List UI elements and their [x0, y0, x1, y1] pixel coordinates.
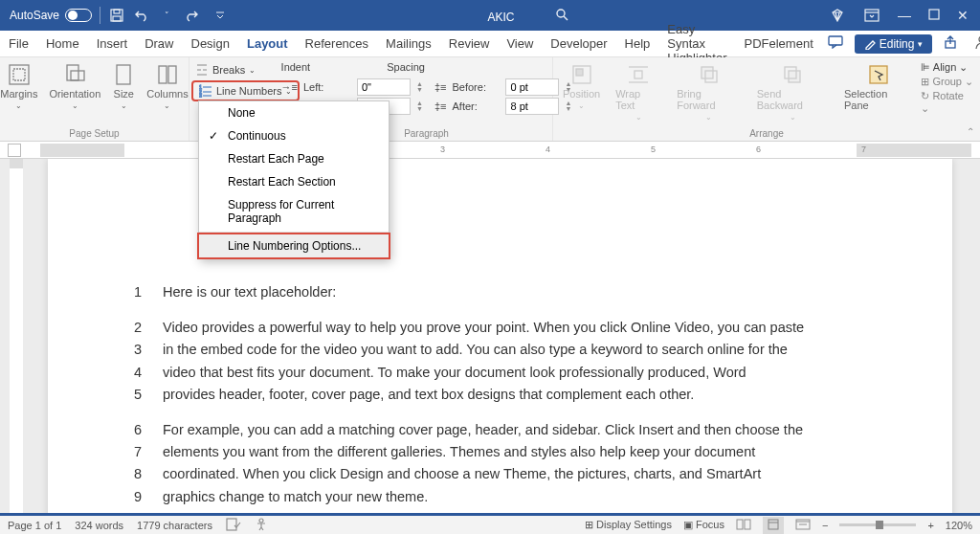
close-button[interactable]: ✕	[957, 8, 969, 23]
ribbon-collapse-icon[interactable]: ⌃	[967, 126, 974, 137]
wrap-text-button: Wrap Text⌄	[612, 61, 665, 123]
svg-rect-17	[159, 66, 167, 83]
dropdown-restart-section[interactable]: Restart Each Section	[199, 170, 389, 193]
document-line[interactable]: 4video that best fits your document. To …	[132, 362, 868, 384]
columns-button[interactable]: Columns⌄	[143, 61, 191, 112]
tab-file[interactable]: File	[0, 31, 37, 56]
dropdown-options[interactable]: Line Numbering Options...	[199, 234, 389, 257]
svg-point-4	[557, 10, 565, 17]
page-count[interactable]: Page 1 of 1	[8, 520, 61, 531]
document-title: AKIC	[229, 8, 829, 24]
tab-developer[interactable]: Developer	[542, 31, 615, 56]
tab-mailings[interactable]: Mailings	[377, 31, 440, 56]
ruler-corner[interactable]	[8, 144, 21, 157]
status-bar: Page 1 of 1 324 words 1779 characters ⊞ …	[0, 513, 980, 534]
dropdown-none[interactable]: None	[199, 101, 389, 124]
horizontal-ruler[interactable]: 1234567	[0, 142, 980, 159]
zoom-out-button[interactable]: −	[822, 520, 828, 531]
spacing-after-input[interactable]	[505, 98, 559, 115]
comments-icon[interactable]	[822, 33, 849, 55]
breaks-button[interactable]: Breaks ⌄	[191, 61, 300, 78]
tab-design[interactable]: Design	[183, 31, 238, 56]
tab-easy-syntax-highlighter[interactable]: Easy Syntax Highlighter	[658, 31, 735, 56]
save-icon[interactable]	[108, 9, 125, 22]
search-icon[interactable]	[553, 8, 570, 24]
editing-mode-button[interactable]: Editing▾	[855, 34, 933, 54]
document-line[interactable]: 5provides header, footer, cover page, an…	[132, 384, 868, 406]
autosave-toggle[interactable]: AutoSave	[10, 9, 92, 22]
zoom-slider[interactable]	[839, 523, 916, 526]
svg-rect-13	[13, 69, 25, 80]
svg-rect-34	[870, 66, 887, 83]
focus-button[interactable]: ▣ Focus	[683, 519, 724, 531]
char-count[interactable]: 1779 characters	[137, 520, 212, 531]
tab-references[interactable]: References	[297, 31, 377, 56]
spacing-before-input[interactable]	[505, 78, 559, 96]
web-layout-icon[interactable]	[795, 519, 811, 532]
size-button[interactable]: Size⌄	[108, 61, 139, 112]
spacing-label: Spacing	[387, 61, 425, 73]
tab-draw[interactable]: Draw	[136, 31, 182, 56]
svg-rect-15	[71, 71, 84, 80]
document-line[interactable]: 3in the embed code for the video you wan…	[132, 339, 868, 361]
align-button[interactable]: ⊫ Align ⌄	[921, 61, 974, 74]
undo-icon[interactable]	[133, 9, 150, 22]
dropdown-restart-page[interactable]: Restart Each Page	[199, 147, 389, 170]
svg-rect-27	[635, 71, 642, 78]
vertical-ruler[interactable]	[10, 168, 23, 513]
accessibility-icon[interactable]	[255, 518, 268, 533]
svg-rect-35	[227, 519, 236, 530]
dropdown-suppress[interactable]: Suppress for Current Paragraph	[199, 193, 389, 230]
share-button[interactable]	[938, 33, 963, 55]
account-icon[interactable]	[969, 32, 980, 56]
read-mode-icon[interactable]	[736, 519, 751, 532]
document-line[interactable]: 8coordinated. When you click Design and …	[132, 463, 868, 485]
indent-left-input[interactable]	[357, 78, 411, 96]
tab-insert[interactable]: Insert	[88, 31, 137, 56]
document-line[interactable]: 1Here is our text placeholder:	[132, 281, 868, 303]
arrange-label: Arrange	[749, 128, 784, 139]
svg-rect-1	[114, 10, 120, 13]
tab-view[interactable]: View	[498, 31, 542, 56]
paragraph-label: Paragraph	[404, 128, 449, 139]
line-numbers-dropdown: None Continuous Restart Each Page Restar…	[198, 100, 390, 258]
tab-help[interactable]: Help	[616, 31, 659, 56]
display-settings-button[interactable]: ⊞ Display Settings	[585, 519, 672, 531]
maximize-button[interactable]	[928, 8, 940, 23]
svg-rect-32	[789, 71, 800, 82]
svg-rect-38	[745, 520, 750, 529]
ribbon-display-icon[interactable]	[863, 9, 880, 22]
diamond-icon[interactable]	[829, 8, 846, 23]
page[interactable]: 1Here is our text placeholder:2Video pro…	[48, 159, 952, 513]
orientation-button[interactable]: Orientation⌄	[45, 61, 104, 112]
document-line[interactable]: 6For example, you can add a matching cov…	[132, 419, 868, 441]
minimize-button[interactable]: —	[898, 8, 911, 23]
zoom-level[interactable]: 120%	[946, 520, 972, 531]
spell-check-icon[interactable]	[226, 518, 241, 533]
svg-rect-9	[829, 36, 842, 45]
tab-home[interactable]: Home	[37, 31, 88, 56]
svg-rect-6	[865, 10, 879, 21]
redo-icon[interactable]	[183, 9, 200, 22]
selection-pane-button[interactable]: Selection Pane	[840, 61, 917, 123]
tab-review[interactable]: Review	[440, 31, 499, 56]
zoom-in-button[interactable]: +	[927, 520, 933, 531]
tab-layout[interactable]: Layout	[238, 31, 297, 56]
svg-rect-2	[113, 16, 121, 21]
position-button: Position⌄	[559, 61, 604, 123]
group-button: ⊞ Group ⌄	[921, 76, 974, 88]
document-line[interactable]: 2Video provides a powerful way to help y…	[132, 317, 868, 339]
line-numbers-button[interactable]: 123Line Numbers ⌄	[191, 80, 300, 101]
dropdown-continuous[interactable]: Continuous	[199, 124, 389, 147]
svg-rect-30	[702, 67, 713, 78]
document-line[interactable]: 9graphics change to match your new theme…	[132, 486, 868, 508]
bring-forward-button: Bring Forward⌄	[673, 61, 746, 123]
undo-dropdown-icon[interactable]: ˅	[158, 11, 175, 20]
print-layout-icon[interactable]	[763, 517, 784, 534]
margins-button[interactable]: Margins⌄	[0, 61, 41, 112]
document-line[interactable]: 7elements you want from the different ga…	[132, 441, 868, 463]
qatab-dropdown-icon[interactable]	[212, 11, 229, 20]
send-backward-button: Send Backward⌄	[753, 61, 833, 123]
word-count[interactable]: 324 words	[75, 520, 123, 531]
tab-pdfelement[interactable]: PDFelement	[736, 31, 822, 56]
